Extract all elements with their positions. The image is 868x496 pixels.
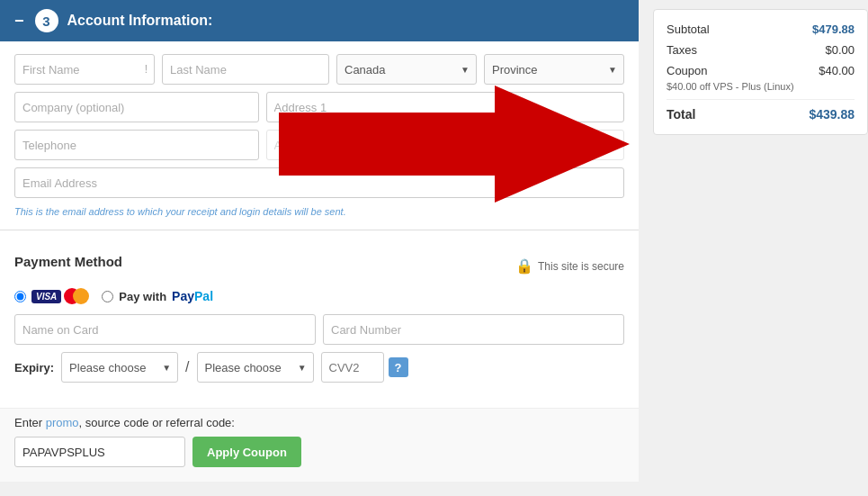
section-header: − 3 Account Information:: [0, 0, 639, 41]
summary-box: Subtotal $479.88 Taxes $0.00 Coupon $40.…: [653, 9, 868, 135]
promo-input[interactable]: [14, 437, 185, 467]
telephone-address2-row: [14, 130, 624, 160]
paypal-logo: PayPal: [172, 289, 213, 303]
expiry-label: Expiry:: [14, 361, 54, 374]
expiry-year-select[interactable]: Please choose: [197, 352, 314, 383]
first-name-wrapper: !: [14, 54, 155, 85]
promo-label-enter: Enter: [14, 416, 46, 429]
account-form: ! Canada Province: [0, 41, 639, 219]
secure-badge: 🔒 This site is secure: [515, 257, 624, 275]
cvv-wrapper: ?: [321, 352, 408, 383]
secure-text: This site is secure: [538, 260, 624, 273]
total-value: $439.88: [809, 107, 855, 122]
card-logos: VISA: [31, 287, 91, 305]
lock-icon: 🔒: [515, 257, 533, 275]
coupon-value: $40.00: [819, 64, 855, 77]
subtotal-value: $479.88: [812, 23, 855, 36]
coupon-row: Coupon $40.00: [667, 64, 855, 77]
email-input[interactable]: [14, 167, 624, 198]
cvv-input[interactable]: [321, 352, 384, 383]
province-wrapper: Province: [484, 54, 624, 85]
coupon-note: $40.00 off VPS - Plus (Linux): [667, 81, 855, 92]
expiry-year-wrapper: Please choose: [197, 352, 314, 383]
email-note: This is the email address to which your …: [14, 205, 624, 219]
address1-input[interactable]: [266, 92, 624, 122]
coupon-label: Coupon: [667, 64, 708, 77]
last-name-input[interactable]: [162, 54, 329, 85]
paypal-radio-option: Pay with PayPal: [102, 289, 213, 303]
name-on-card-input[interactable]: [14, 314, 316, 345]
taxes-row: Taxes $0.00: [667, 43, 855, 57]
mastercard-logo: [64, 287, 91, 305]
province-select[interactable]: Province: [484, 54, 624, 85]
company-address-row: [14, 92, 624, 122]
address2-input[interactable]: [266, 130, 624, 160]
payment-options: VISA Pay with PayPal: [14, 287, 624, 305]
expiry-month-wrapper: Please choose: [61, 352, 178, 383]
telephone-input[interactable]: [14, 130, 259, 160]
taxes-value: $0.00: [825, 43, 855, 57]
taxes-label: Taxes: [667, 43, 697, 57]
first-name-input[interactable]: [14, 54, 155, 85]
email-row: [14, 167, 624, 198]
name-row: ! Canada Province: [14, 54, 624, 85]
promo-label-suffix: , source code or referral code:: [79, 416, 235, 429]
expiry-month-select[interactable]: Please choose: [61, 352, 178, 383]
card-radio-option: VISA: [14, 287, 91, 305]
promo-link[interactable]: promo: [46, 416, 79, 429]
company-input[interactable]: [14, 92, 259, 122]
payment-title: Payment Method: [14, 254, 122, 269]
section-title: Account Information:: [67, 13, 213, 29]
expiry-row: Expiry: Please choose / Please choose: [14, 352, 624, 383]
country-wrapper: Canada: [336, 54, 477, 85]
slash-divider: /: [185, 359, 189, 375]
visa-logo: VISA: [31, 290, 61, 303]
country-select[interactable]: Canada: [336, 54, 477, 85]
subtotal-label: Subtotal: [667, 23, 710, 36]
collapse-icon[interactable]: −: [14, 12, 24, 31]
total-row: Total $439.88: [667, 107, 855, 122]
card-number-input[interactable]: [323, 314, 624, 345]
card-radio[interactable]: [14, 291, 26, 302]
field-required-icon: !: [145, 63, 148, 76]
promo-label: Enter promo, source code or referral cod…: [14, 416, 624, 429]
card-fields-row: [14, 314, 624, 345]
pay-with-label: Pay with: [119, 290, 166, 303]
summary-panel: Subtotal $479.88 Taxes $0.00 Coupon $40.…: [653, 9, 868, 482]
subtotal-row: Subtotal $479.88: [667, 23, 855, 36]
promo-row: Apply Coupon: [14, 437, 624, 467]
promo-section: Enter promo, source code or referral cod…: [0, 408, 639, 482]
cvv-help-icon[interactable]: ?: [389, 357, 408, 377]
apply-coupon-button[interactable]: Apply Coupon: [192, 437, 301, 467]
step-badge: 3: [35, 9, 58, 32]
payment-section: Payment Method 🔒 This site is secure VIS…: [0, 241, 639, 408]
paypal-radio[interactable]: [102, 291, 113, 302]
total-label: Total: [667, 107, 695, 122]
